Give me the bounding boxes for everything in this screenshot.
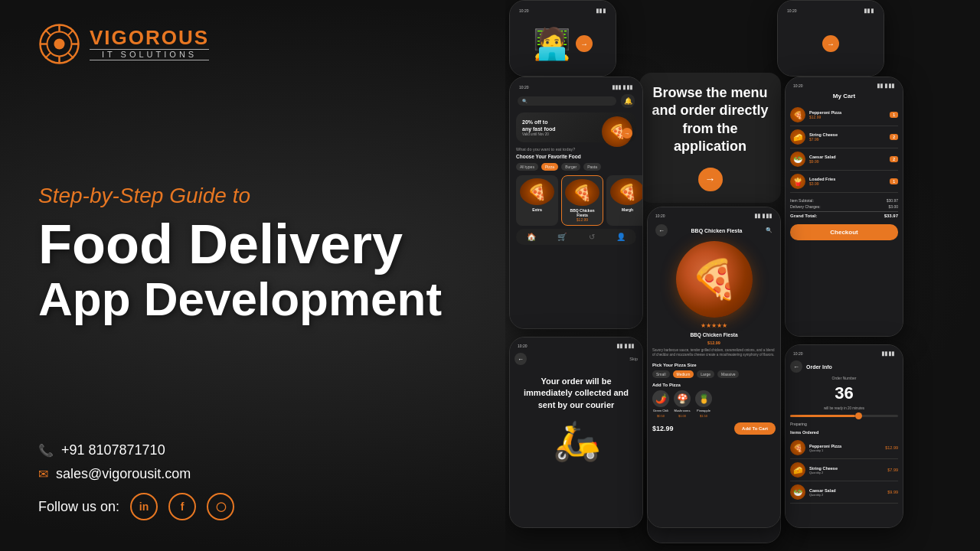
order-detail-3: Quantity 2 xyxy=(809,493,884,497)
right-panel: 10:20▊▊ ▊ 🧑‍💻 → 10:20▊▊ ▊ → 10:20▊▊▊ ▊ ▊… xyxy=(505,0,980,551)
category-tabs: All types Pizza Burger Pasta xyxy=(516,163,636,171)
cart-item-4: 🍟 Loaded Fries $3.99 1 xyxy=(790,171,898,193)
order-price-2: $7.99 xyxy=(887,468,898,472)
order-detail-2: Quantity 2 xyxy=(809,471,884,474)
topping-pineapple[interactable]: 🍍 Pineapple $1.50 xyxy=(695,390,712,418)
size-massive[interactable]: Massive xyxy=(717,370,739,378)
cart-img-2: 🧀 xyxy=(790,129,805,145)
food-card-bbq[interactable]: 🍕 BBQ Chicken Fiesta $12.99 xyxy=(561,175,603,226)
brand-name: VIGOROUS xyxy=(90,28,209,47)
grand-label: Grand Total: xyxy=(790,214,817,218)
cart-qty-4: 1 xyxy=(890,178,898,184)
left-panel: VIGOROUS IT SOLUTIONS Step-by-Step Guide… xyxy=(0,0,505,551)
search-bar[interactable]: 🔍 xyxy=(518,96,616,106)
food-card-extra[interactable]: 🍕 Extra xyxy=(516,175,558,226)
arrow-button-2[interactable]: → xyxy=(822,35,839,52)
order-item-1: 🍕 Pepperoni Pizza Quantity 1 $12.99 xyxy=(790,437,898,459)
logo-icon xyxy=(38,23,80,65)
cart-info-1: Pepperoni Pizza $12.99 xyxy=(809,110,886,119)
phone-mockup-2: 10:20▊▊ ▊ ▊▊ ← BBQ Chicken Fiesta 🔍 🍕 ★★… xyxy=(647,207,781,528)
rating-stars: ★★★★★ xyxy=(652,322,776,329)
topping-mushrooms[interactable]: 🍄 Mushrooms $1.00 xyxy=(674,390,691,418)
food-card-margh[interactable]: 🍕 Margh xyxy=(606,175,642,226)
order-info-3: Caesar Salad Quantity 2 xyxy=(809,488,884,497)
add-to-cart-button[interactable]: Add To Cart xyxy=(734,422,776,435)
facebook-icon[interactable]: f xyxy=(168,493,196,520)
cart-price-2: $7.99 xyxy=(809,137,886,142)
svg-point-2 xyxy=(54,39,65,50)
phone-number: +91 8107871710 xyxy=(61,442,165,458)
order-info-1: Pepperoni Pizza Quantity 1 xyxy=(809,444,881,452)
phone-screen-3: 10:20▊▊ ▊ ▊▊ My Cart 🍕 Pepperoni Pizza $… xyxy=(786,77,903,336)
phone-mockup-1: 10:20▊▊▊ ▊ ▊▊ 🔍 🔔 20% off toany fast foo… xyxy=(509,77,643,329)
subtotal-row: Item Subtotal: $30.97 xyxy=(790,197,898,204)
detail-search[interactable]: 🔍 xyxy=(766,227,773,233)
topping-price-3: $1.50 xyxy=(700,414,707,418)
linkedin-icon[interactable]: in xyxy=(130,493,158,520)
order-detail-1: Quantity 1 xyxy=(809,448,881,452)
cart-info-2: String Cheese $7.99 xyxy=(809,132,886,142)
order-back-button[interactable]: ← xyxy=(790,360,802,373)
size-small[interactable]: Small xyxy=(652,370,670,378)
size-medium[interactable]: Medium xyxy=(673,370,694,378)
choose-label: Choose Your Favorite Food xyxy=(516,154,636,159)
nav-refresh[interactable]: ↺ xyxy=(589,233,595,241)
cart-qty-3: 2 xyxy=(890,156,898,162)
logo-text: VIGOROUS IT SOLUTIONS xyxy=(90,28,209,60)
food-image-bbq: 🍕 xyxy=(565,179,599,206)
person-illustration-1: 🧑‍💻 xyxy=(533,26,571,62)
phone-mockup-3: 10:20▊▊ ▊ ▊▊ My Cart 🍕 Pepperoni Pizza $… xyxy=(785,77,903,337)
svg-line-10 xyxy=(68,53,74,58)
food-name-bbq: BBQ Chicken Fiesta xyxy=(565,208,599,217)
cart-info-4: Loaded Fries $3.99 xyxy=(809,177,886,186)
pizza-price: $12.99 xyxy=(652,341,776,345)
checkout-button[interactable]: Checkout xyxy=(790,224,898,240)
tab-burger[interactable]: Burger xyxy=(561,163,580,171)
topping-img-3: 🍍 xyxy=(695,390,712,407)
browse-text-block: Browse the menu and order directly from … xyxy=(639,73,781,203)
phone-mockup-7: 10:20▊▊ ▊ → xyxy=(777,0,884,77)
delivery-value: $3.00 xyxy=(888,204,898,209)
svg-line-8 xyxy=(68,30,74,35)
delivery-back-button[interactable]: ← xyxy=(514,353,527,365)
detail-header: ← BBQ Chicken Fiesta 🔍 xyxy=(652,223,776,238)
nav-profile[interactable]: 👤 xyxy=(616,233,626,241)
add-cart-row: $12.99 Add To Cart xyxy=(652,422,776,435)
pizza-large-image: 🍕 xyxy=(676,241,753,318)
valid-date: Valid until Nov 20 xyxy=(522,132,556,136)
tab-pasta[interactable]: Pasta xyxy=(583,163,601,171)
skip-button[interactable]: Skip xyxy=(629,357,638,361)
grand-value: $33.97 xyxy=(884,214,898,218)
back-button[interactable]: ← xyxy=(655,224,668,236)
brand-subtitle: IT SOLUTIONS xyxy=(90,49,209,60)
cart-price-4: $3.99 xyxy=(809,181,886,186)
brand-highlight: VIGORO xyxy=(90,26,178,49)
final-price: $12.99 xyxy=(652,425,674,432)
cart-item-3: 🥗 Caesar Salad $9.99 2 xyxy=(790,148,898,171)
size-options: Small Medium Large Massive xyxy=(652,370,776,378)
size-large[interactable]: Large xyxy=(697,370,714,378)
tab-pizza[interactable]: Pizza xyxy=(541,163,558,171)
cart-img-3: 🥗 xyxy=(790,152,805,167)
phone-icon: 📞 xyxy=(38,443,54,458)
svg-line-7 xyxy=(45,30,51,35)
tab-all[interactable]: All types xyxy=(516,163,538,171)
contact-area: 📞 +91 8107871710 ✉ sales@vigorousit.com … xyxy=(38,442,467,520)
follow-label: Follow us on: xyxy=(38,499,119,515)
notification-icon[interactable]: 🔔 xyxy=(621,94,635,108)
food-price-bbq: $12.99 xyxy=(565,217,599,222)
topping-green-chili[interactable]: 🌶️ Green Chili $0.50 xyxy=(652,390,669,418)
browse-arrow-button[interactable]: → xyxy=(698,168,723,191)
browse-text: Browse the menu and order directly from … xyxy=(651,84,769,156)
headline-subtitle: Step-by-Step Guide to xyxy=(38,184,467,208)
nav-home[interactable]: 🏠 xyxy=(527,233,536,241)
order-info-title: Order Info xyxy=(806,364,832,370)
pizza-title: BBQ Chicken Fiesta xyxy=(652,332,776,337)
totals-section: Item Subtotal: $30.97 Delivery Charges: … xyxy=(790,197,898,220)
arrow-button-1[interactable]: → xyxy=(576,35,593,52)
topping-price-2: $1.00 xyxy=(678,414,686,418)
nav-cart[interactable]: 🛒 xyxy=(557,233,567,241)
cart-item-2: 🧀 String Cheese $7.99 2 xyxy=(790,126,898,148)
order-img-3: 🥗 xyxy=(790,484,805,500)
instagram-icon[interactable]: ◯ xyxy=(207,493,234,520)
